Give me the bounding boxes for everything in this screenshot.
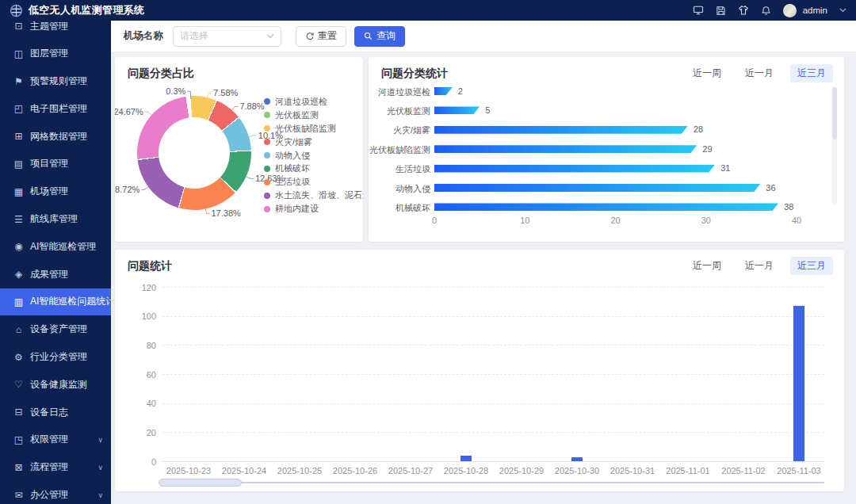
- sidebar-item-stats[interactable]: ▥AI智能巡检问题统计管理: [0, 288, 111, 316]
- legend-dot-icon: [264, 193, 270, 199]
- sidebar-item-theme[interactable]: ⊡主题管理: [0, 21, 111, 40]
- time-range-tab[interactable]: 近一月: [738, 64, 781, 82]
- y-axis-tick: 0: [115, 457, 156, 467]
- sidebar-item-layers[interactable]: ◫图层管理: [0, 40, 111, 67]
- fence-icon: ◰: [13, 103, 25, 114]
- bell-icon[interactable]: [761, 6, 771, 16]
- category-bar-card: 问题分类统计 近一周近一月近三月 河道垃圾巡检2光伏板监测5火灾/烟雾28光伏板…: [369, 57, 844, 242]
- category-bar-title: 问题分类统计: [381, 67, 448, 81]
- daily-bar-title: 问题统计: [128, 259, 172, 273]
- shirt-icon[interactable]: [738, 5, 749, 16]
- legend-item[interactable]: 生活垃圾: [264, 175, 363, 189]
- sidebar-item-warning-rules[interactable]: ⚑预警规则管理: [0, 67, 111, 95]
- save-icon[interactable]: [716, 6, 726, 16]
- legend-item[interactable]: 耕地内建设: [264, 202, 363, 216]
- process-icon: ⊠: [13, 462, 25, 473]
- sidebar-item-results[interactable]: ◈成果管理: [0, 261, 111, 288]
- bar-value-label: 2: [458, 86, 463, 96]
- sidebar-item-label: 电子围栏管理: [30, 102, 87, 116]
- user-name[interactable]: admin: [803, 6, 827, 15]
- app-logo-icon: [10, 4, 23, 17]
- pie-percentage-label: 24.67%: [115, 107, 143, 116]
- sidebar-item-industry[interactable]: ⚙行业分类管理: [0, 343, 111, 371]
- sidebar-item-asset[interactable]: ⌂设备资产管理: [0, 315, 111, 343]
- top-header: 低空无人机监测管理系统 admin: [0, 0, 856, 21]
- y-axis-tick: 40: [115, 399, 156, 408]
- time-range-tab[interactable]: 近三月: [790, 64, 833, 82]
- asset-icon: ⌂: [13, 324, 25, 335]
- user-menu-chevron-icon[interactable]: [839, 8, 846, 13]
- time-range-tab[interactable]: 近一月: [738, 257, 781, 275]
- grid-data-icon: ⊞: [13, 131, 25, 142]
- chevron-down-icon: [266, 33, 274, 39]
- x-axis-tick: 40: [781, 216, 812, 225]
- bar-value-label: 38: [784, 202, 793, 212]
- sidebar-item-label: 成果管理: [30, 268, 68, 281]
- sidebar-item-office[interactable]: ✉办公管理∨: [0, 481, 111, 504]
- pie-legend: 河道垃圾巡检光伏板监测光伏板缺陷监测火灾/烟雾动物入侵机械破坏生活垃圾水土流失、…: [264, 95, 363, 216]
- daily-bar: [571, 457, 583, 462]
- pie-card: 问题分类占比 0.3%7.58%7.88%10.1%12.63%17.38%18…: [115, 57, 363, 242]
- time-range-tab[interactable]: 近三月: [790, 257, 833, 275]
- query-label: 查询: [376, 29, 396, 43]
- legend-item[interactable]: 机械破坏: [264, 162, 363, 175]
- pie-percentage-label: 18.72%: [115, 185, 139, 194]
- user-avatar[interactable]: [783, 4, 797, 17]
- query-button[interactable]: 查询: [354, 26, 405, 47]
- reset-button[interactable]: 重置: [296, 26, 346, 47]
- datazoom-selection[interactable]: [159, 479, 242, 487]
- bar-category-label: 火灾/烟雾: [369, 124, 430, 136]
- legend-label: 耕地内建设: [275, 203, 319, 215]
- sidebar-item-ai-inspect[interactable]: ◉AI智能巡检管理: [0, 233, 111, 261]
- x-axis-tick: 0: [418, 216, 450, 225]
- sidebar: ⊡主题管理◫图层管理⚑预警规则管理◰电子围栏管理⊞网格数据管理▤项目管理▦机场管…: [0, 21, 111, 504]
- main-content: 机场名称 请选择 重置 查询 问题分类占比 0.3%7.58%7.88%10.1…: [111, 21, 856, 504]
- daily-bar: [793, 306, 804, 461]
- sidebar-item-permission[interactable]: ◳权限管理∨: [0, 426, 111, 454]
- gridline: [162, 461, 824, 462]
- time-range-tab[interactable]: 近一周: [686, 257, 728, 275]
- scrollbar-thumb[interactable]: [832, 87, 837, 139]
- legend-item[interactable]: 光伏板缺陷监测: [264, 122, 363, 136]
- legend-label: 水土流失、滑坡、泥石流: [275, 189, 363, 201]
- sidebar-item-route[interactable]: ☰航线库管理: [0, 205, 111, 233]
- datazoom-track[interactable]: [159, 482, 824, 483]
- airport-select[interactable]: 请选择: [173, 26, 281, 47]
- reset-label: 重置: [318, 29, 337, 43]
- legend-item[interactable]: 河道垃圾巡检: [264, 95, 363, 109]
- donut-chart: 0.3%7.58%7.88%10.1%12.63%17.38%18.72%24.…: [129, 93, 355, 234]
- category-bar: [434, 203, 778, 211]
- monitor-icon[interactable]: [693, 5, 704, 16]
- chart-scrollbar[interactable]: [832, 87, 837, 204]
- legend-item[interactable]: 水土流失、滑坡、泥石流: [264, 189, 363, 202]
- donut-ring: [137, 96, 251, 210]
- bar-category-label: 机械破坏: [369, 202, 430, 214]
- sidebar-item-process[interactable]: ⊠流程管理∨: [0, 453, 111, 481]
- brand: 低空无人机监测管理系统: [10, 3, 144, 17]
- sidebar-item-project[interactable]: ▤项目管理: [0, 151, 111, 178]
- sidebar-item-health[interactable]: ♡设备健康监测: [0, 371, 111, 399]
- ai-inspect-icon: ◉: [13, 241, 25, 252]
- bar-category-label: 动物入侵: [369, 183, 430, 195]
- sidebar-item-grid-data[interactable]: ⊞网格数据管理: [0, 123, 111, 151]
- chevron-down-icon: ∨: [97, 491, 103, 499]
- sidebar-item-log[interactable]: ⊟设备日志: [0, 399, 111, 426]
- x-axis-date-label: 2025-10-31: [605, 466, 660, 475]
- gridline: [162, 345, 824, 346]
- legend-dot-icon: [264, 206, 270, 212]
- daily-bar: [460, 456, 472, 461]
- sidebar-item-fence[interactable]: ◰电子围栏管理: [0, 95, 111, 123]
- legend-dot-icon: [264, 125, 270, 132]
- airport-name-label: 机场名称: [124, 29, 163, 43]
- time-range-tabs: 近一周近一月近三月: [686, 64, 833, 82]
- y-axis-tick: 100: [115, 311, 156, 321]
- legend-item[interactable]: 光伏板监测: [264, 109, 363, 122]
- x-axis-date-label: 2025-10-29: [494, 466, 549, 475]
- sidebar-item-label: 机场管理: [30, 185, 68, 198]
- time-range-tab[interactable]: 近一周: [686, 64, 728, 82]
- sidebar-item-airport[interactable]: ▦机场管理: [0, 178, 111, 205]
- category-bar: [434, 165, 715, 173]
- legend-item[interactable]: 动物入侵: [264, 149, 363, 162]
- legend-dot-icon: [264, 112, 270, 118]
- legend-item[interactable]: 火灾/烟雾: [264, 136, 363, 149]
